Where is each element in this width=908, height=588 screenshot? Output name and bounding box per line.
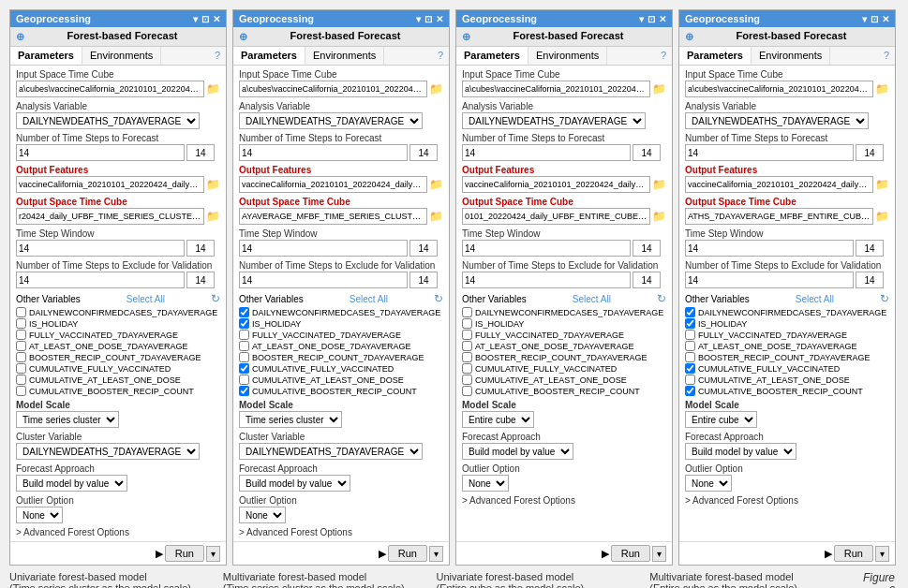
- checkbox-6[interactable]: [462, 375, 472, 385]
- forecast-approach-select[interactable]: Build model by value: [462, 443, 573, 460]
- checkbox-6[interactable]: [685, 375, 695, 385]
- model-scale-select[interactable]: Time series cluster: [239, 411, 342, 428]
- checkbox-2[interactable]: [16, 330, 26, 340]
- num-exclude-number[interactable]: [409, 272, 438, 288]
- minimize-icon[interactable]: ▾: [639, 14, 644, 24]
- num-exclude-input[interactable]: [16, 272, 185, 288]
- analysis-var-select[interactable]: DAILYNEWDEATHS_7DAYAVERAGE: [462, 112, 646, 129]
- output-cube-browse-icon[interactable]: 📁: [875, 210, 889, 223]
- time-step-input[interactable]: [462, 240, 631, 257]
- run-dropdown[interactable]: ▾: [206, 546, 220, 562]
- refresh-icon[interactable]: ↻: [657, 292, 666, 305]
- num-steps-input[interactable]: [16, 144, 185, 161]
- output-features-browse-icon[interactable]: 📁: [206, 178, 220, 191]
- outlier-select[interactable]: None: [462, 475, 509, 492]
- checkbox-7[interactable]: [239, 386, 249, 396]
- checkbox-0[interactable]: [239, 307, 249, 317]
- refresh-icon[interactable]: ↻: [434, 292, 443, 305]
- time-step-number[interactable]: [409, 240, 438, 257]
- model-scale-select[interactable]: Entire cube: [462, 411, 534, 428]
- checkbox-3[interactable]: [239, 341, 249, 351]
- checkbox-4[interactable]: [239, 352, 249, 362]
- run-dropdown[interactable]: ▾: [652, 546, 666, 562]
- time-step-input[interactable]: [239, 240, 408, 257]
- float-icon[interactable]: ⊡: [424, 14, 432, 24]
- output-features-browse-icon[interactable]: 📁: [875, 178, 889, 191]
- forecast-approach-select[interactable]: Build model by value: [16, 475, 127, 492]
- input-cube-input[interactable]: [16, 81, 204, 97]
- checkbox-6[interactable]: [239, 375, 249, 385]
- analysis-var-select[interactable]: DAILYNEWDEATHS_7DAYAVERAGE: [239, 112, 423, 129]
- checkbox-7[interactable]: [685, 386, 695, 396]
- checkbox-4[interactable]: [685, 352, 695, 362]
- num-exclude-input[interactable]: [462, 272, 631, 288]
- output-features-browse-icon[interactable]: 📁: [652, 178, 666, 191]
- checkbox-1[interactable]: [16, 318, 26, 329]
- checkbox-7[interactable]: [462, 386, 472, 396]
- output-cube-browse-icon[interactable]: 📁: [652, 210, 666, 223]
- outlier-select[interactable]: None: [239, 507, 286, 523]
- time-step-number[interactable]: [633, 240, 661, 257]
- checkbox-3[interactable]: [685, 341, 695, 351]
- input-cube-input[interactable]: [462, 81, 650, 97]
- checkbox-3[interactable]: [462, 341, 472, 351]
- add-icon[interactable]: ⊕: [16, 31, 24, 43]
- help-icon[interactable]: ?: [878, 47, 895, 65]
- advanced-forest-options[interactable]: > Advanced Forest Options: [239, 527, 443, 537]
- checkbox-0[interactable]: [462, 307, 472, 317]
- close-icon[interactable]: ✕: [882, 14, 889, 24]
- forecast-approach-select[interactable]: Build model by value: [685, 443, 796, 460]
- select-all-link[interactable]: Select All: [573, 294, 611, 304]
- time-step-input[interactable]: [16, 240, 185, 257]
- tab-parameters[interactable]: Parameters: [679, 47, 752, 65]
- outlier-select[interactable]: None: [685, 475, 732, 492]
- browse-icon[interactable]: 📁: [206, 82, 220, 96]
- num-steps-number[interactable]: [186, 144, 215, 161]
- tab-parameters[interactable]: Parameters: [233, 47, 305, 65]
- num-steps-input[interactable]: [239, 144, 408, 161]
- checkbox-5[interactable]: [16, 363, 26, 374]
- checkbox-2[interactable]: [685, 330, 695, 340]
- advanced-forest-options[interactable]: > Advanced Forest Options: [462, 495, 666, 506]
- output-features-browse-icon[interactable]: 📁: [429, 178, 443, 191]
- run-button[interactable]: Run: [611, 545, 650, 562]
- tab-environments[interactable]: Environments: [752, 47, 830, 65]
- tab-parameters[interactable]: Parameters: [456, 47, 528, 65]
- checkbox-0[interactable]: [16, 307, 26, 317]
- output-features-input[interactable]: [685, 176, 873, 193]
- refresh-icon[interactable]: ↻: [880, 292, 889, 305]
- close-icon[interactable]: ✕: [436, 14, 443, 24]
- float-icon[interactable]: ⊡: [648, 14, 655, 24]
- output-features-input[interactable]: [462, 176, 650, 193]
- output-cube-input[interactable]: [685, 208, 873, 225]
- close-icon[interactable]: ✕: [213, 14, 220, 24]
- select-all-link[interactable]: Select All: [350, 294, 388, 304]
- run-button[interactable]: Run: [834, 545, 873, 562]
- float-icon[interactable]: ⊡: [871, 14, 878, 24]
- checkbox-5[interactable]: [462, 363, 472, 374]
- num-steps-number[interactable]: [409, 144, 438, 161]
- checkbox-6[interactable]: [16, 375, 26, 385]
- input-cube-input[interactable]: [685, 81, 873, 97]
- add-icon[interactable]: ⊕: [685, 31, 693, 43]
- checkbox-4[interactable]: [462, 352, 472, 362]
- browse-icon[interactable]: 📁: [652, 82, 666, 96]
- checkbox-1[interactable]: [685, 318, 695, 329]
- output-cube-input[interactable]: [16, 208, 204, 225]
- time-step-number[interactable]: [186, 240, 215, 257]
- browse-icon[interactable]: 📁: [429, 82, 443, 96]
- minimize-icon[interactable]: ▾: [416, 14, 421, 24]
- help-icon[interactable]: ?: [209, 47, 226, 65]
- add-icon[interactable]: ⊕: [239, 31, 247, 43]
- checkbox-1[interactable]: [239, 318, 249, 329]
- select-all-link[interactable]: Select All: [796, 294, 834, 304]
- checkbox-4[interactable]: [16, 352, 26, 362]
- tab-parameters[interactable]: Parameters: [10, 47, 82, 65]
- output-cube-browse-icon[interactable]: 📁: [429, 210, 443, 223]
- time-step-input[interactable]: [685, 240, 854, 257]
- advanced-forest-options[interactable]: > Advanced Forest Options: [685, 495, 889, 506]
- tab-environments[interactable]: Environments: [528, 47, 607, 65]
- checkbox-2[interactable]: [239, 330, 249, 340]
- output-cube-input[interactable]: [462, 208, 650, 225]
- model-scale-select[interactable]: Entire cube: [685, 411, 757, 428]
